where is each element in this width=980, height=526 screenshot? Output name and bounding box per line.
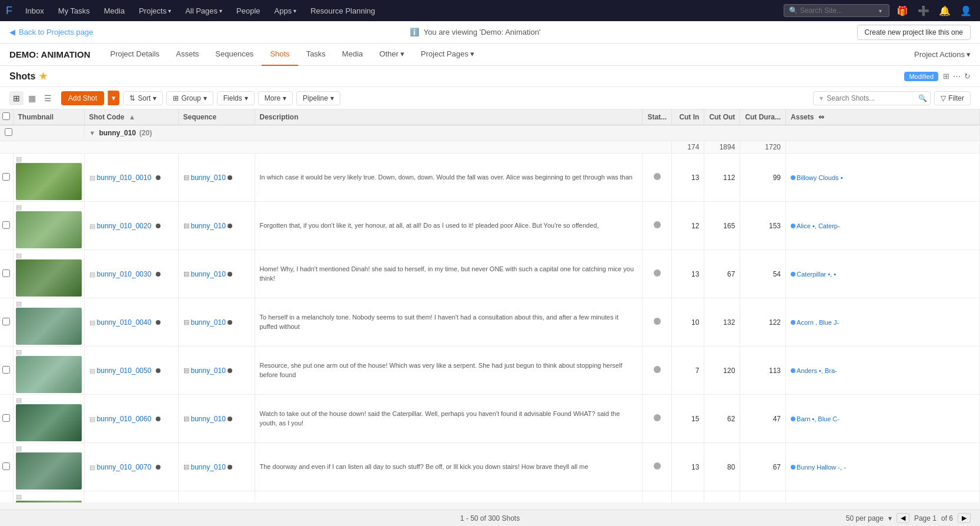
add-shot-arrow-button[interactable]: ▾ bbox=[108, 91, 119, 105]
row-cut-in-cell: 15 bbox=[672, 395, 704, 443]
nav-resource-planning[interactable]: Resource Planning bbox=[305, 4, 381, 18]
shot-code-link[interactable]: bunny_010_0070 bbox=[97, 463, 152, 471]
row-checkbox[interactable] bbox=[2, 366, 10, 374]
asset-link[interactable]: Bunny Hallow -, - bbox=[791, 464, 846, 471]
row-checkbox[interactable] bbox=[2, 462, 10, 470]
row-checkbox[interactable] bbox=[2, 414, 10, 422]
col-resize-handle[interactable]: ⇔ bbox=[818, 113, 824, 121]
view-mode-switcher: ⊞ ▦ ☰ bbox=[9, 91, 55, 105]
asset-link[interactable]: Caterpillar •, • bbox=[791, 271, 836, 278]
layout-options-icon[interactable]: ⊞ bbox=[943, 72, 949, 81]
status-dot bbox=[654, 414, 661, 421]
global-search-box[interactable]: 🔍 ▾ bbox=[784, 4, 889, 17]
nav-media[interactable]: Media bbox=[98, 4, 131, 18]
more-button[interactable]: More ▾ bbox=[258, 91, 293, 105]
tab-project-pages[interactable]: Project Pages ▾ bbox=[413, 44, 483, 66]
shot-code-link[interactable]: bunny_010_0030 bbox=[97, 270, 152, 278]
asset-link[interactable]: Barn •, Blue C- bbox=[791, 415, 839, 422]
gift-icon-button[interactable]: 🎁 bbox=[894, 3, 911, 19]
asset-link[interactable]: Acorn , Blue J- bbox=[791, 319, 839, 326]
row-cut-dur-cell: 99 bbox=[740, 154, 786, 202]
add-icon-button[interactable]: ➕ bbox=[915, 3, 932, 19]
tab-assets[interactable]: Assets bbox=[168, 44, 207, 66]
nav-my-tasks[interactable]: My Tasks bbox=[52, 4, 96, 18]
row-assets-cell: Acorn , Blue J- bbox=[786, 298, 980, 347]
sort-button[interactable]: ⇅ Sort ▾ bbox=[123, 91, 163, 105]
row-checkbox[interactable] bbox=[2, 173, 10, 181]
add-shot-button[interactable]: Add Shot bbox=[61, 91, 104, 105]
asset-dot-icon bbox=[791, 272, 795, 277]
status-indicator-dot bbox=[156, 175, 160, 180]
nav-all-pages[interactable]: All Pages ▾ bbox=[179, 4, 228, 18]
row-thumbnail-cell: ▤ bbox=[13, 395, 84, 443]
sequence-link[interactable]: ▤ bunny_010 bbox=[183, 463, 250, 471]
refresh-icon[interactable]: ↻ bbox=[964, 72, 971, 81]
sequence-link[interactable]: ▤ bunny_010 bbox=[183, 318, 250, 327]
shot-code-link[interactable]: bunny_010_0040 bbox=[97, 318, 152, 327]
row-checkbox[interactable] bbox=[2, 221, 10, 229]
pipeline-button[interactable]: Pipeline ▾ bbox=[296, 91, 340, 105]
tab-sequences[interactable]: Sequences bbox=[207, 44, 262, 66]
sequence-link[interactable]: ▤ bunny_010 bbox=[183, 367, 250, 375]
tab-other[interactable]: Other ▾ bbox=[371, 44, 413, 66]
row-thumbnail-cell: ▤ bbox=[13, 298, 84, 347]
shot-code-link[interactable]: bunny_010_0010 bbox=[97, 174, 152, 182]
tab-shots[interactable]: Shots bbox=[262, 44, 297, 66]
row-status-cell bbox=[643, 250, 672, 298]
asset-link[interactable]: Anders •, Bra- bbox=[791, 367, 837, 374]
nav-inbox[interactable]: Inbox bbox=[19, 4, 50, 18]
notifications-icon-button[interactable]: 🔔 bbox=[936, 3, 953, 19]
select-all-checkbox[interactable] bbox=[2, 112, 10, 120]
nav-apps[interactable]: Apps ▾ bbox=[269, 4, 303, 18]
sequence-link[interactable]: ▤ bunny_010 bbox=[183, 222, 250, 230]
table-row: ▤ ▤ bunny_010_0040 ▤ bunny_010 To hersel… bbox=[0, 298, 980, 347]
sequence-link[interactable]: ▤ bunny_010 bbox=[183, 174, 250, 182]
tab-tasks[interactable]: Tasks bbox=[298, 44, 334, 66]
status-indicator-dot bbox=[156, 272, 160, 277]
filter-button[interactable]: ▽ Filter bbox=[934, 91, 971, 105]
row-cut-out-cell: 120 bbox=[704, 347, 740, 395]
row-cut-in-cell: 13 bbox=[672, 250, 704, 298]
row-checkbox[interactable] bbox=[2, 318, 10, 325]
col-cut-in: Cut In bbox=[672, 109, 704, 125]
row-description-cell: The doorway and even if I can listen all… bbox=[255, 443, 643, 491]
sequence-link[interactable]: ▤ bunny_010 bbox=[183, 415, 250, 423]
row-cut-in-cell: 13 bbox=[672, 443, 704, 491]
fields-button[interactable]: Fields ▾ bbox=[217, 91, 255, 105]
search-dropdown-arrow[interactable]: ▾ bbox=[820, 94, 823, 102]
fields-chevron-icon: ▾ bbox=[245, 94, 248, 102]
create-new-project-button[interactable]: Create new project like this one bbox=[857, 25, 971, 40]
shot-code-link[interactable]: bunny_010_0050 bbox=[97, 367, 152, 375]
card-view-button[interactable]: ▦ bbox=[25, 91, 39, 105]
group-collapse-icon[interactable]: ▼ bbox=[89, 129, 96, 137]
tab-project-details[interactable]: Project Details bbox=[102, 44, 168, 66]
shot-thumbnail bbox=[16, 404, 82, 441]
search-shots-input[interactable] bbox=[827, 94, 915, 102]
asset-link[interactable]: Alice •, Caterp- bbox=[791, 222, 840, 229]
user-avatar-button[interactable]: 👤 bbox=[958, 3, 974, 19]
grid-view-button[interactable]: ⊞ bbox=[9, 91, 24, 105]
seq-dot bbox=[228, 272, 232, 277]
col-resize-shot-code[interactable] bbox=[176, 109, 178, 125]
search-dropdown-icon[interactable]: ▾ bbox=[879, 8, 882, 14]
status-indicator-dot bbox=[156, 465, 160, 470]
global-search-input[interactable] bbox=[800, 6, 877, 15]
project-actions-button[interactable]: Project Actions ▾ bbox=[914, 50, 971, 59]
search-shots-box[interactable]: ▾ 🔍 bbox=[813, 91, 931, 105]
row-checkbox[interactable] bbox=[2, 269, 10, 277]
favorite-star-icon[interactable]: ★ bbox=[39, 71, 47, 82]
nav-people[interactable]: People bbox=[230, 4, 266, 18]
group-checkbox[interactable] bbox=[5, 128, 12, 136]
row-shot-code-cell: ▤ bunny_010_0050 bbox=[84, 347, 178, 395]
nav-projects[interactable]: Projects ▾ bbox=[133, 4, 177, 18]
asset-link[interactable]: Billowy Clouds • bbox=[791, 174, 842, 181]
col-shot-code[interactable]: Shot Code ▲ bbox=[84, 109, 178, 125]
tab-media[interactable]: Media bbox=[334, 44, 371, 66]
list-view-button[interactable]: ☰ bbox=[41, 91, 55, 105]
shot-code-link[interactable]: bunny_010_0020 bbox=[97, 222, 152, 230]
sequence-link[interactable]: ▤ bunny_010 bbox=[183, 270, 250, 278]
more-options-icon[interactable]: ⋯ bbox=[953, 72, 961, 81]
shot-code-link[interactable]: bunny_010_0060 bbox=[97, 415, 152, 423]
back-to-projects-link[interactable]: ◀ Back to Projects page bbox=[9, 28, 93, 36]
group-button[interactable]: ⊞ Group ▾ bbox=[166, 91, 213, 105]
